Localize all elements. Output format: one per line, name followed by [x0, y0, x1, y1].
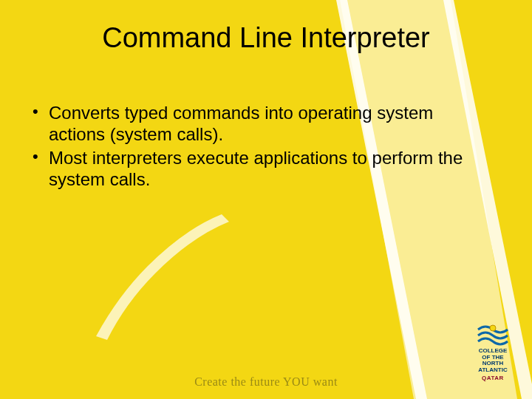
wave-logo-icon — [477, 324, 509, 346]
bullet-item: Converts typed commands into operating s… — [33, 102, 488, 146]
tagline-text: Create the future YOU want — [0, 375, 532, 389]
bullet-item: Most interpreters execute applications t… — [33, 147, 488, 191]
svg-point-2 — [490, 325, 496, 331]
logo-qatar: QATAR — [467, 375, 519, 381]
bullet-list: Converts typed commands into operating s… — [33, 102, 488, 191]
slide-title: Command Line Interpreter — [0, 22, 532, 54]
background-decor — [0, 0, 532, 399]
logo-line: ATLANTIC — [467, 367, 519, 373]
college-logo: COLLEGE OF THE NORTH ATLANTIC QATAR — [467, 324, 519, 381]
